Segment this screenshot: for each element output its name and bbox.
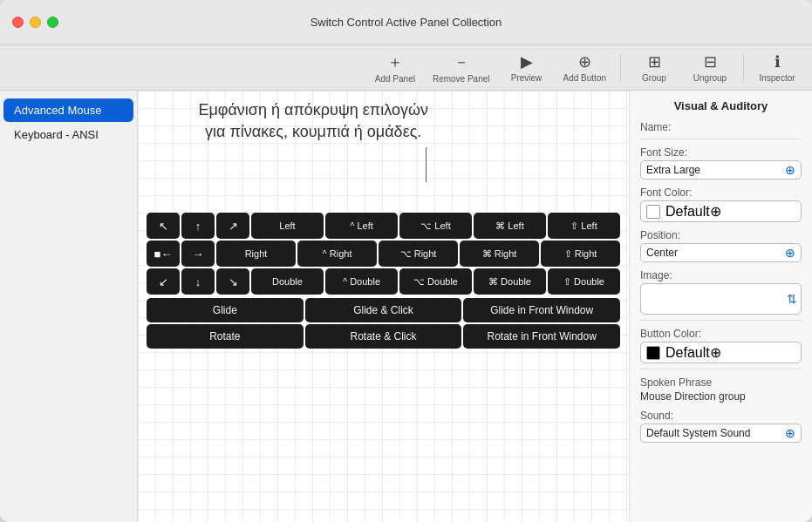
preview-button[interactable]: ▶ Preview [501, 49, 553, 86]
divider-3 [640, 369, 802, 369]
button-color-value: Default [665, 345, 710, 361]
button-color-dropdown[interactable]: Default ⊕ [640, 342, 802, 363]
btn-arrow-down[interactable]: ↓ [181, 268, 215, 295]
btn-arrow-right[interactable]: → [181, 241, 215, 267]
btn-alt-left[interactable]: ⌥ Left [399, 213, 472, 239]
toolbar-separator-2 [743, 55, 744, 81]
btn-right[interactable]: Right [216, 241, 296, 267]
btn-glide-front[interactable]: Glide in Front Window [463, 298, 620, 322]
btn-ctrl-left[interactable]: ^ Left [325, 213, 398, 239]
ungroup-label: Ungroup [693, 73, 727, 83]
tooltip-line [426, 147, 426, 182]
add-button-button[interactable]: ⊕ Add Button [556, 49, 613, 86]
position-chevron: ⊕ [785, 246, 795, 260]
btn-rotate-click[interactable]: Rotate & Click [305, 324, 462, 349]
add-button-icon: ⊕ [578, 52, 591, 71]
button-color-swatch [646, 346, 660, 360]
group-button[interactable]: ⊞ Group [628, 49, 680, 86]
btn-shift-right[interactable]: ⇧ Right [541, 241, 620, 267]
font-color-swatch [646, 205, 660, 219]
maximize-button[interactable] [47, 17, 58, 28]
btn-arrow-upright[interactable]: ↗ [216, 213, 249, 239]
font-color-value: Default [665, 204, 710, 220]
image-chevron: ⇅ [787, 292, 797, 306]
inspector-panel: Visual & Auditory Name: Font Size: Extra… [629, 91, 812, 522]
image-label: Image: [640, 269, 802, 281]
sound-chevron: ⊕ [785, 426, 795, 440]
btn-arrow-up[interactable]: ↑ [181, 213, 215, 239]
font-size-dropdown[interactable]: Extra Large ⊕ [640, 160, 802, 180]
sound-value: Default System Sound [646, 427, 785, 439]
inspector-label: Inspector [759, 73, 795, 83]
main-window: Switch Control Active Panel Collection ＋… [0, 0, 812, 522]
window-title: Switch Control Active Panel Collection [310, 16, 502, 29]
btn-alt-right[interactable]: ⌥ Right [379, 241, 458, 267]
button-color-chevron: ⊕ [710, 344, 721, 361]
font-color-dropdown[interactable]: Default ⊕ [640, 200, 802, 222]
btn-cmd-right[interactable]: ⌘ Right [460, 241, 539, 267]
font-size-chevron: ⊕ [785, 163, 795, 177]
spoken-phrase-value: Mouse Direction group [640, 390, 802, 403]
btn-double[interactable]: Double [251, 268, 324, 295]
remove-panel-button[interactable]: － Remove Panel [426, 48, 497, 87]
btn-rotate[interactable]: Rotate [147, 324, 304, 349]
ungroup-icon: ⊟ [704, 52, 717, 71]
button-color-label: Button Color: [640, 328, 802, 340]
divider-2 [640, 320, 802, 321]
add-panel-icon: ＋ [387, 51, 403, 72]
toolbar: ＋ Add Panel － Remove Panel ▶ Preview ⊕ A… [0, 45, 812, 91]
minimize-button[interactable] [30, 17, 41, 28]
sound-label: Sound: [640, 410, 802, 422]
inspector-title: Visual & Auditory [640, 99, 802, 112]
btn-cmd-left[interactable]: ⌘ Left [474, 213, 546, 239]
btn-rotate-front[interactable]: Rotate in Front Window [463, 324, 620, 349]
btn-arrow-upleft[interactable]: ↖ [147, 213, 180, 239]
btn-glide-click[interactable]: Glide & Click [305, 298, 462, 322]
font-color-chevron: ⊕ [710, 203, 721, 220]
btn-cmd-double[interactable]: ⌘ Double [474, 268, 546, 295]
button-grid: ↖ ↑ ↗ Left ^ Left ⌥ Left ⌘ Left ⇧ Left ■… [147, 213, 620, 350]
close-button[interactable] [12, 17, 24, 28]
preview-label: Preview [511, 73, 542, 83]
name-label: Name: [640, 121, 802, 133]
remove-panel-icon: － [454, 51, 469, 72]
btn-arrow-downright[interactable]: ↘ [216, 268, 249, 295]
add-button-label: Add Button [563, 73, 606, 83]
position-label: Position: [640, 229, 802, 241]
button-row-2: ■← → Right ^ Right ⌥ Right ⌘ Right ⇧ Rig… [147, 241, 620, 267]
button-row-bottom-1: Glide Glide & Click Glide in Front Windo… [147, 298, 620, 322]
sidebar-item-advanced-mouse[interactable]: Advanced Mouse [3, 98, 133, 122]
group-label: Group [642, 73, 666, 83]
divider-1 [640, 139, 802, 139]
inspector-button[interactable]: ℹ Inspector [751, 49, 803, 86]
image-dropdown[interactable]: ⇅ [640, 283, 802, 315]
position-dropdown[interactable]: Center ⊕ [640, 243, 802, 262]
sidebar-item-keyboard-ansi[interactable]: Keyboard - ANSI [3, 123, 133, 146]
font-color-label: Font Color: [640, 186, 802, 199]
btn-glide[interactable]: Glide [147, 298, 304, 322]
btn-select[interactable]: ■← [147, 241, 180, 267]
btn-ctrl-double[interactable]: ^ Double [325, 268, 398, 295]
spoken-phrase-label: Spoken Phrase [640, 376, 802, 389]
toolbar-separator [620, 55, 621, 81]
btn-alt-double[interactable]: ⌥ Double [399, 268, 472, 295]
font-size-value: Extra Large [646, 164, 785, 176]
button-row-bottom-2: Rotate Rotate & Click Rotate in Front Wi… [147, 324, 620, 349]
traffic-lights [0, 17, 58, 28]
ungroup-button[interactable]: ⊟ Ungroup [684, 49, 736, 86]
btn-ctrl-right[interactable]: ^ Right [297, 241, 377, 267]
btn-arrow-downleft[interactable]: ↙ [147, 268, 180, 295]
btn-left[interactable]: Left [251, 213, 324, 239]
preview-icon: ▶ [521, 52, 533, 71]
add-panel-label: Add Panel [375, 74, 415, 84]
center-panel: Εμφάνιση ή απόκρυψη επιλογών για πίνακες… [138, 91, 629, 522]
btn-shift-double[interactable]: ⇧ Double [548, 268, 620, 295]
sidebar: Advanced Mouse Keyboard - ANSI [0, 91, 138, 522]
sound-dropdown[interactable]: Default System Sound ⊕ [640, 424, 802, 443]
main-content: Advanced Mouse Keyboard - ANSI Εμφάνιση … [0, 91, 812, 522]
btn-shift-left[interactable]: ⇧ Left [548, 213, 620, 239]
add-panel-button[interactable]: ＋ Add Panel [368, 48, 422, 87]
inspector-icon: ℹ [774, 52, 781, 71]
position-value: Center [646, 247, 785, 259]
group-icon: ⊞ [648, 52, 661, 71]
